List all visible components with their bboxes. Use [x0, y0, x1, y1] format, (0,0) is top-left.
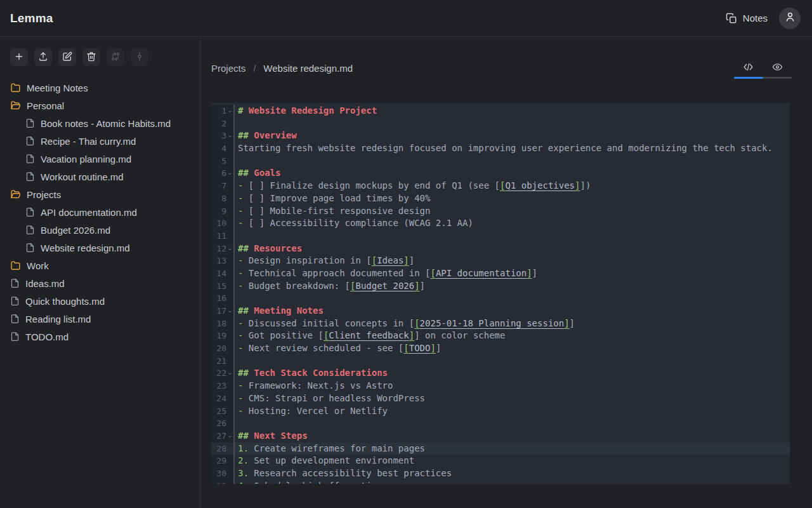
- editor-line-18[interactable]: 18- Discussed initial concepts in [[2025…: [211, 318, 790, 330]
- tab-code-view[interactable]: [734, 60, 763, 77]
- fold-chevron-icon[interactable]: ⌄: [226, 430, 235, 443]
- editor-line-31[interactable]: 314. Schedule kickoff meeting: [211, 480, 790, 484]
- line-number: 31: [211, 480, 226, 484]
- file-icon: [10, 314, 20, 324]
- fold-chevron-icon[interactable]: ⌄: [226, 243, 235, 255]
- line-content: - CMS: Strapi or headless WordPress: [235, 392, 790, 405]
- editor-line-5[interactable]: 5: [211, 155, 790, 168]
- editor-line-24[interactable]: 24- CMS: Strapi or headless WordPress: [211, 392, 790, 405]
- breadcrumb-separator: /: [253, 63, 256, 74]
- fold-chevron-icon[interactable]: ⌄: [226, 367, 235, 380]
- file-tree: Meeting NotesPersonalBook notes - Atomic…: [0, 79, 200, 345]
- line-number: 22: [211, 367, 226, 380]
- editor-line-1[interactable]: 1⌄# Website Redesign Project: [211, 105, 790, 117]
- nav-notes-button[interactable]: Notes: [726, 13, 768, 24]
- editor-line-9[interactable]: 9- [ ] Mobile-first responsive design: [211, 205, 790, 218]
- editor-line-17[interactable]: 17⌄## Meeting Notes: [211, 305, 790, 318]
- tree-item-api-documentation-md[interactable]: API documentation.md: [0, 203, 200, 221]
- line-number: 11: [211, 230, 226, 243]
- editor-line-15[interactable]: 15- Budget breakdown: [[Budget 2026]]: [211, 280, 790, 293]
- markdown-editor[interactable]: 1⌄# Website Redesign Project23⌄## Overvi…: [211, 103, 790, 484]
- editor-line-20[interactable]: 20- Next review scheduled - see [[TODO]]: [211, 342, 790, 355]
- folder-icon: [10, 83, 21, 93]
- avatar-button[interactable]: [779, 8, 801, 29]
- view-mode-tabs: [734, 60, 792, 79]
- editor-line-10[interactable]: 10- [ ] Accessibility compliance (WCAG 2…: [211, 217, 790, 230]
- editor-line-7[interactable]: 7- [ ] Finalize design mockups by end of…: [211, 180, 790, 192]
- editor-line-28[interactable]: 281. Create wireframes for main pages: [211, 443, 790, 455]
- new-note-button[interactable]: [10, 48, 28, 66]
- line-content: ## Goals: [235, 167, 790, 180]
- file-icon: [10, 296, 20, 306]
- edit-note-button[interactable]: [58, 48, 76, 66]
- tree-item-label: Website redesign.md: [41, 243, 130, 253]
- header: Lemma Notes: [0, 0, 812, 37]
- tree-item-label: Workout routine.md: [41, 171, 124, 182]
- fold-gutter: [226, 230, 235, 243]
- editor-line-6[interactable]: 6⌄## Goals: [211, 167, 790, 180]
- notes-copy-icon: [726, 13, 737, 24]
- fold-chevron-icon[interactable]: ⌄: [226, 130, 235, 142]
- tree-item-ideas-md[interactable]: Ideas.md: [0, 274, 200, 292]
- editor-line-8[interactable]: 8- [ ] Improve page load times by 40%: [211, 192, 790, 205]
- breadcrumb: Projects / Website redesign.md: [211, 63, 353, 74]
- git-commit-icon: [134, 51, 145, 64]
- editor-line-19[interactable]: 19- Got positive [[Client feedback]] on …: [211, 330, 790, 342]
- tree-item-book-notes-atomic-habits-md[interactable]: Book notes - Atomic Habits.md: [0, 114, 200, 132]
- tree-item-todo-md[interactable]: TODO.md: [0, 328, 200, 345]
- git-compare-icon: [110, 51, 121, 64]
- tree-item-recipe-thai-curry-md[interactable]: Recipe - Thai curry.md: [0, 132, 200, 150]
- tree-item-budget-2026-md[interactable]: Budget 2026.md: [0, 221, 200, 239]
- tree-item-quick-thoughts-md[interactable]: Quick thoughts.md: [0, 292, 200, 310]
- fold-gutter: [226, 355, 235, 368]
- breadcrumb-folder[interactable]: Projects: [211, 63, 246, 74]
- fold-gutter: [226, 318, 235, 330]
- delete-note-button[interactable]: [82, 48, 100, 66]
- editor-line-29[interactable]: 292. Set up development environment: [211, 455, 790, 467]
- fold-gutter: [226, 155, 235, 168]
- fold-chevron-icon[interactable]: ⌄: [226, 105, 235, 117]
- file-icon: [25, 154, 35, 164]
- fold-chevron-icon[interactable]: ⌄: [226, 305, 235, 318]
- line-content: [235, 355, 790, 368]
- tree-item-meeting-notes[interactable]: Meeting Notes: [0, 79, 200, 97]
- file-icon: [25, 118, 35, 128]
- tree-item-projects[interactable]: Projects: [0, 185, 200, 203]
- editor-line-16[interactable]: 16: [211, 292, 790, 305]
- tree-item-reading-list-md[interactable]: Reading list.md: [0, 310, 200, 328]
- tree-item-personal[interactable]: Personal: [0, 97, 200, 114]
- file-icon: [25, 171, 35, 182]
- editor-line-4[interactable]: 4Starting fresh website redesign focused…: [211, 142, 790, 155]
- editor-line-25[interactable]: 25- Hosting: Vercel or Netlify: [211, 405, 790, 418]
- line-content: # Website Redesign Project: [235, 105, 790, 117]
- upload-button[interactable]: [34, 48, 52, 66]
- file-icon: [25, 136, 35, 146]
- fold-gutter: [226, 380, 235, 392]
- fold-gutter: [226, 180, 235, 192]
- folder-open-icon: [10, 189, 21, 200]
- tree-item-vacation-planning-md[interactable]: Vacation planning.md: [0, 150, 200, 168]
- editor-line-11[interactable]: 11: [211, 230, 790, 243]
- line-content: - Discussed initial concepts in [[2025-0…: [235, 318, 790, 330]
- editor-line-22[interactable]: 22⌄## Tech Stack Considerations: [211, 367, 790, 380]
- editor-line-26[interactable]: 26: [211, 417, 790, 430]
- tab-preview-view[interactable]: [763, 60, 792, 77]
- upload-icon: [38, 51, 48, 64]
- tree-item-website-redesign-md[interactable]: Website redesign.md: [0, 239, 200, 257]
- line-number: 4: [211, 142, 226, 155]
- editor-line-30[interactable]: 303. Research accessibility best practic…: [211, 467, 790, 480]
- line-content: - Design inspiration in [[Ideas]]: [235, 255, 790, 267]
- editor-line-13[interactable]: 13- Design inspiration in [[Ideas]]: [211, 255, 790, 267]
- editor-line-3[interactable]: 3⌄## Overview: [211, 130, 790, 142]
- editor-line-21[interactable]: 21: [211, 355, 790, 368]
- editor-line-2[interactable]: 2: [211, 117, 790, 130]
- tree-item-work[interactable]: Work: [0, 257, 200, 274]
- file-icon: [25, 207, 35, 217]
- line-content: 1. Create wireframes for main pages: [235, 443, 790, 455]
- editor-line-23[interactable]: 23- Framework: Next.js vs Astro: [211, 380, 790, 392]
- editor-line-12[interactable]: 12⌄## Resources: [211, 243, 790, 255]
- tree-item-workout-routine-md[interactable]: Workout routine.md: [0, 168, 200, 185]
- editor-line-14[interactable]: 14- Technical approach documented in [[A…: [211, 267, 790, 280]
- fold-chevron-icon[interactable]: ⌄: [226, 167, 235, 180]
- editor-line-27[interactable]: 27⌄## Next Steps: [211, 430, 790, 443]
